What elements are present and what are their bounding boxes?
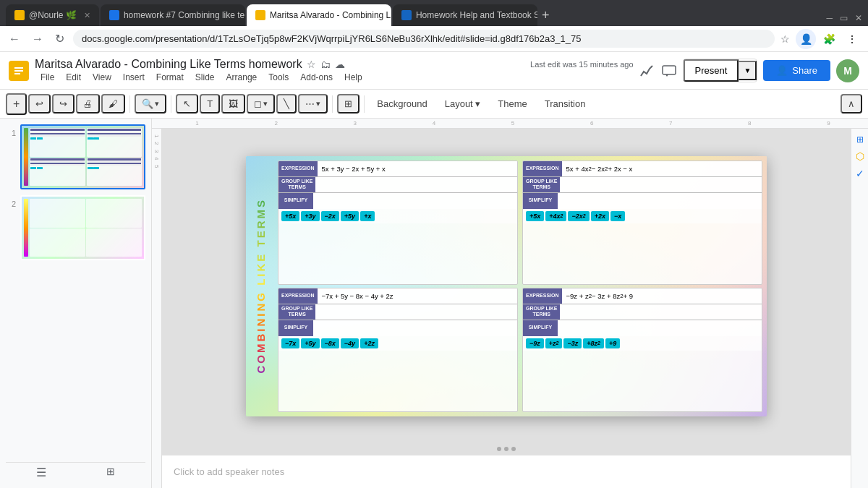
new-tab-button[interactable]: + <box>542 8 550 26</box>
divider-4 <box>364 95 365 113</box>
folder-icon[interactable]: 🗂 <box>320 59 331 70</box>
present-button-group: Present ▼ <box>683 59 758 82</box>
grid-view-button[interactable]: ☰ <box>36 466 46 479</box>
menu-tools[interactable]: Tools <box>263 71 294 84</box>
background-label[interactable]: Background <box>369 95 435 113</box>
avatar[interactable]: M <box>836 59 859 82</box>
menu-edit[interactable]: Edit <box>60 71 87 84</box>
divider-2 <box>171 95 171 113</box>
right-sidebar: ⊞ ⬡ ✓ <box>851 129 868 488</box>
slide-content[interactable]: COMBINING LIKE TERMS EXPRESSION <box>246 156 767 416</box>
prob2-expr-value: 5x + 4x2 − 2x2 + 2x − x <box>562 161 762 176</box>
tab-3[interactable]: Maritsa Alvarado - Combining Li ✕ <box>247 4 391 26</box>
extensions-icon[interactable]: 🧩 <box>819 29 839 49</box>
prob1-simplify-value <box>313 193 517 209</box>
add-button[interactable]: + <box>6 93 27 115</box>
prob2-answers: +5x +4x2 −2x2 +2x −x <box>523 209 762 223</box>
comments-icon[interactable] <box>661 63 677 79</box>
slide-img-2[interactable] <box>20 195 145 260</box>
menu-arrange[interactable]: Arrange <box>221 71 263 84</box>
slide-img-1[interactable] <box>20 124 145 189</box>
profile-icon[interactable]: 👤 <box>796 29 816 49</box>
slide-thumb-1[interactable]: 1 <box>6 124 145 189</box>
back-button[interactable]: ← <box>6 30 23 48</box>
present-dropdown-button[interactable]: ▼ <box>739 61 757 80</box>
analytics-icon[interactable] <box>639 63 655 79</box>
tab2-label: homework #7 Combining like ter <box>124 10 245 20</box>
cloud-icon[interactable]: ☁ <box>335 59 345 70</box>
prob3-answers: −7x +5y −8x −4y +2z <box>278 336 517 351</box>
prob3-simplify-value <box>313 320 517 336</box>
undo-button[interactable]: ↩ <box>28 94 51 114</box>
prob4-simplify-label: SIMPLIFY <box>523 320 558 336</box>
prob3-expr-value: −7x + 5y − 8x − 4y + 2z <box>318 288 517 304</box>
tab1-label: @Nourle 🌿 <box>29 10 77 20</box>
tab-4[interactable]: Homework Help and Textbook S ✕ <box>393 4 537 26</box>
slide-canvas[interactable]: COMBINING LIKE TERMS EXPRESSION <box>162 129 851 443</box>
prob3-simplify-label: SIMPLIFY <box>278 320 313 336</box>
cursor-button[interactable]: ↖ <box>176 94 198 114</box>
prob4-ans-3: −3z <box>563 338 582 348</box>
layout-label[interactable]: Layout ▾ <box>437 95 489 113</box>
theme-label[interactable]: Theme <box>490 95 535 113</box>
collapse-toolbar-button[interactable]: ∧ <box>841 94 862 114</box>
redo-button[interactable]: ↪ <box>52 94 75 114</box>
menu-slide[interactable]: Slide <box>190 71 221 84</box>
textbox-button[interactable]: T <box>200 94 220 114</box>
shapes-button[interactable]: ◻ ▾ <box>247 94 275 114</box>
address-bar-input[interactable] <box>73 30 775 48</box>
more-shapes-button[interactable]: ⋯ ▾ <box>298 94 328 114</box>
tab-2[interactable]: homework #7 Combining like ter ✕ <box>101 4 245 26</box>
right-sidebar-toggle[interactable]: ⊞ <box>856 134 864 145</box>
reload-button[interactable]: ↻ <box>52 29 67 48</box>
speaker-notes-panel[interactable]: Click to add speaker notes <box>162 455 851 488</box>
transition-label[interactable]: Transition <box>537 95 594 113</box>
page-indicator <box>162 443 851 455</box>
add-slide-button[interactable]: ⊞ <box>337 94 359 114</box>
close-browser-button[interactable]: ✕ <box>855 13 862 23</box>
present-button[interactable]: Present <box>684 59 739 82</box>
menu-insert[interactable]: Insert <box>117 71 150 84</box>
share-button[interactable]: 👤 Share <box>763 60 830 81</box>
canvas-area: COMBINING LIKE TERMS EXPRESSION <box>162 129 851 488</box>
menu-file[interactable]: File <box>35 71 60 84</box>
maximize-button[interactable]: ▭ <box>840 13 848 23</box>
menu-format[interactable]: Format <box>150 71 190 84</box>
star-icon[interactable]: ☆ <box>307 59 316 70</box>
prob3-ans-2: +5y <box>301 338 319 348</box>
filmstrip-view-button[interactable]: ⊞ <box>106 466 115 479</box>
prob2-ans-2: +4x2 <box>545 211 566 221</box>
paint-format-button[interactable]: 🖌 <box>101 94 125 114</box>
tab3-label: Maritsa Alvarado - Combining Li <box>270 10 391 20</box>
menu-view[interactable]: View <box>87 71 117 84</box>
prob3-ans-4: −4y <box>341 338 359 348</box>
svg-rect-1 <box>14 67 23 69</box>
vertical-title-container: COMBINING LIKE TERMS <box>246 156 275 416</box>
prob1-ans-1: +5x <box>281 211 299 221</box>
menu-addons[interactable]: Add-ons <box>294 71 339 84</box>
app-menu: File Edit View Insert Format Slide Arran… <box>35 71 634 84</box>
svg-rect-4 <box>663 66 676 74</box>
tab-1[interactable]: @Nourle 🌿 ✕ <box>6 4 99 26</box>
image-button[interactable]: 🖼 <box>221 94 245 114</box>
right-sidebar-icon-2[interactable]: ✓ <box>856 168 864 179</box>
menu-help[interactable]: Help <box>339 71 368 84</box>
forward-button[interactable]: → <box>29 30 46 48</box>
bookmark-icon[interactable]: ☆ <box>780 33 790 45</box>
prob1-answers: +5x +3y −2x +5y +x <box>278 209 517 223</box>
tab1-close[interactable]: ✕ <box>84 11 90 20</box>
prob1-expr-label: EXPRESSION <box>278 161 318 176</box>
minimize-button[interactable]: ─ <box>826 13 833 23</box>
tab3-favicon <box>255 10 265 20</box>
slide-thumb-2[interactable]: 2 <box>6 195 145 260</box>
prob2-group-row: GROUP LIKETERMS <box>523 177 762 193</box>
app-title-area: Maritsa Alvarado - Combining Like Terms … <box>35 58 634 84</box>
more-options-icon[interactable]: ⋮ <box>842 29 862 49</box>
right-sidebar-icon-1[interactable]: ⬡ <box>856 150 864 162</box>
prob3-group-label: GROUP LIKETERMS <box>278 304 315 320</box>
print-button[interactable]: 🖨 <box>76 94 100 114</box>
zoom-button[interactable]: 🔍 ▾ <box>135 94 166 114</box>
prob4-ans-5: +9 <box>605 338 620 348</box>
prob4-expr-label: EXPRESSION <box>523 288 562 304</box>
line-button[interactable]: ╲ <box>276 94 297 114</box>
